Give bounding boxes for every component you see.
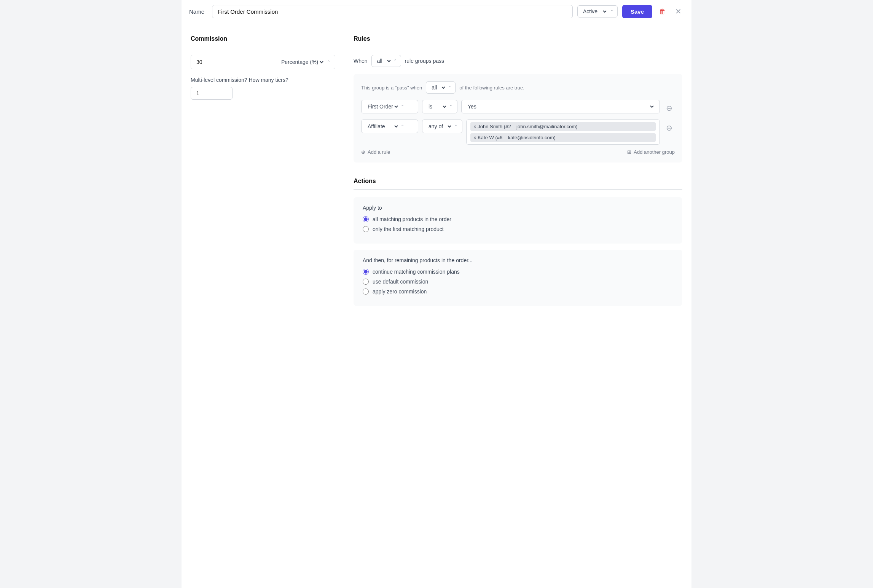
apply-to-title: Apply to [363,205,673,211]
tag-john-smith-label: × John Smith (#2 – john.smith@mailinator… [473,124,578,129]
commission-value-input[interactable] [191,55,275,69]
tag-kate-w-label: × Kate W (#6 – kate@insideinfo.com) [473,135,556,140]
remaining-continue-label: continue matching commission plans [373,269,460,275]
commission-type-chevron-icon: ⌃ [327,60,330,65]
rule1-operator-select[interactable]: is is not [427,103,448,110]
rule2-operator-select[interactable]: any of none of is [427,123,452,130]
rule1-operator-chevron-icon: ⌃ [449,104,452,109]
status-selector[interactable]: Active Inactive ⌃ [577,5,618,18]
actions-title: Actions [354,178,682,185]
actions-section: Actions Apply to all matching products i… [354,178,682,306]
page-header: Name Active Inactive ⌃ Save 🗑 ✕ [182,0,691,23]
rule1-field-chevron-icon: ⌃ [401,104,404,109]
when-row: When all any ⌃ rule groups pass [354,55,682,67]
remaining-title: And then, for remaining products in the … [363,257,673,263]
group-pass-chevron-icon: ⌃ [448,85,451,90]
name-input[interactable] [212,5,573,18]
rules-title: Rules [354,35,682,42]
tiers-input[interactable] [191,87,233,100]
tag-kate-w[interactable]: × Kate W (#6 – kate@insideinfo.com) [470,133,656,142]
add-group-label: Add another group [634,149,675,155]
content-area: Commission Percentage (%) Flat Amount ⌃ … [182,23,691,324]
rule1-value-selector[interactable]: Yes No [461,100,660,113]
commission-type-select[interactable]: Percentage (%) Flat Amount [280,59,325,65]
apply-first-option[interactable]: only the first matching product [363,226,673,232]
commission-type-selector[interactable]: Percentage (%) Flat Amount ⌃ [275,55,335,69]
remaining-default-label: use default commission [373,279,428,285]
rule2-operator-selector[interactable]: any of none of is ⌃ [422,120,462,133]
when-label: When [354,58,368,64]
right-panel: Rules When all any ⌃ rule groups pass Th… [354,35,682,312]
group-pass-row: This group is a "pass" when all any ⌃ of… [361,81,675,94]
add-group-button[interactable]: ⊞ Add another group [627,149,675,155]
delete-button[interactable]: 🗑 [657,5,668,18]
rule1-value-select[interactable]: Yes No [466,103,655,110]
remaining-default-radio[interactable] [363,279,369,285]
remaining-continue-option[interactable]: continue matching commission plans [363,269,673,275]
status-select[interactable]: Active Inactive [581,8,608,15]
rule1-operator-selector[interactable]: is is not ⌃ [422,100,457,113]
close-icon: ✕ [675,7,682,16]
rule1-field-selector[interactable]: First Order Affiliate Product Customer ⌃ [361,100,418,113]
remaining-continue-radio[interactable] [363,269,369,275]
rule-row-2: Affiliate First Order Product Customer ⌃… [361,120,675,145]
group-pass-selector[interactable]: all any ⌃ [426,81,456,94]
rule-group: This group is a "pass" when all any ⌃ of… [354,74,682,163]
group-pass-before-text: This group is a "pass" when [361,85,422,91]
rule-groups-pass-label: rule groups pass [405,58,444,64]
rule2-tags-container[interactable]: × John Smith (#2 – john.smith@mailinator… [466,120,660,145]
apply-to-card: Apply to all matching products in the or… [354,197,682,244]
status-chevron-icon: ⌃ [610,9,613,14]
name-label: Name [189,8,204,15]
rule2-remove-button[interactable]: ⊖ [664,121,675,135]
rule1-remove-button[interactable]: ⊖ [664,101,675,115]
rule2-field-chevron-icon: ⌃ [401,124,404,129]
when-selector[interactable]: all any ⌃ [371,55,401,67]
add-row: ⊕ Add a rule ⊞ Add another group [361,149,675,155]
rule1-remove-icon: ⊖ [666,104,672,112]
commission-title: Commission [191,35,335,42]
apply-first-radio[interactable] [363,226,369,232]
remaining-default-option[interactable]: use default commission [363,279,673,285]
tag-john-smith[interactable]: × John Smith (#2 – john.smith@mailinator… [470,122,656,131]
group-pass-after-text: of the following rules are true. [459,85,524,91]
rule2-operator-chevron-icon: ⌃ [454,124,457,129]
apply-all-label: all matching products in the order [373,216,451,222]
apply-all-radio[interactable] [363,216,369,222]
add-rule-icon: ⊕ [361,149,365,155]
add-rule-button[interactable]: ⊕ Add a rule [361,149,390,155]
group-pass-select[interactable]: all any [430,84,446,91]
when-select[interactable]: all any [376,57,392,64]
apply-all-option[interactable]: all matching products in the order [363,216,673,222]
remaining-card: And then, for remaining products in the … [354,250,682,306]
add-group-icon: ⊞ [627,149,631,155]
delete-icon: 🗑 [659,8,666,15]
remaining-zero-option[interactable]: apply zero commission [363,288,673,295]
remaining-zero-label: apply zero commission [373,288,427,295]
multi-level-label: Multi-level commission? How many tiers? [191,77,335,83]
rule1-field-select[interactable]: First Order Affiliate Product Customer [366,103,399,110]
when-chevron-icon: ⌃ [393,59,397,64]
rule2-field-select[interactable]: Affiliate First Order Product Customer [366,123,399,130]
close-button[interactable]: ✕ [673,5,684,18]
commission-row: Percentage (%) Flat Amount ⌃ [191,55,335,69]
rule2-remove-icon: ⊖ [666,124,672,132]
save-button[interactable]: Save [622,5,652,18]
add-rule-label: Add a rule [368,149,390,155]
rule-row-1: First Order Affiliate Product Customer ⌃… [361,100,675,115]
apply-first-label: only the first matching product [373,226,444,232]
remaining-zero-radio[interactable] [363,288,369,295]
commission-panel: Commission Percentage (%) Flat Amount ⌃ … [191,35,335,100]
rule2-field-selector[interactable]: Affiliate First Order Product Customer ⌃ [361,120,418,133]
